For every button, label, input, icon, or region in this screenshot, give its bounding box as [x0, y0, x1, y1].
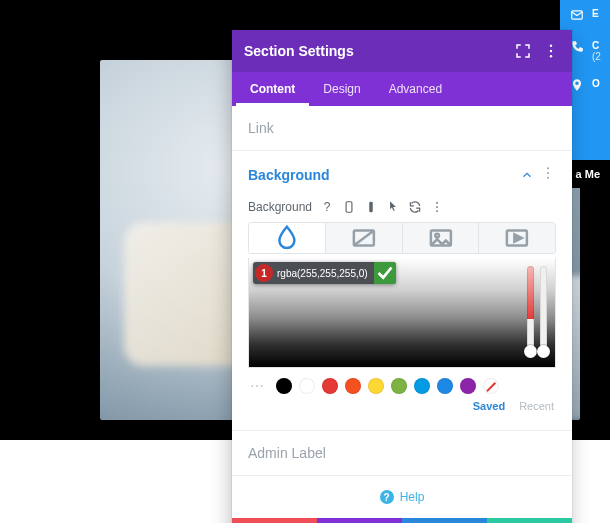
swatch[interactable] [345, 378, 361, 394]
panel-title: Section Settings [244, 43, 504, 59]
svg-point-1 [550, 45, 552, 47]
help-label: Help [400, 490, 425, 504]
group-background-header[interactable]: Background [232, 151, 572, 198]
background-field-row: Background ? [248, 200, 556, 214]
field-options-icon[interactable] [430, 200, 444, 214]
contact-label: O [592, 78, 600, 89]
chevron-up-icon [520, 168, 534, 182]
background-type-tabs [248, 222, 556, 254]
tablet-icon[interactable] [342, 200, 356, 214]
swatch-row: ⋯ [248, 368, 556, 398]
panel-body: Link Background Background ? [232, 106, 572, 518]
bg-tab-gradient[interactable] [326, 223, 403, 253]
color-picker[interactable]: 1 rgba(255,255,255,0) [248, 258, 556, 368]
bg-tab-image[interactable] [403, 223, 480, 253]
group-label: Admin Label [248, 445, 556, 461]
contact-label: C [592, 40, 599, 51]
svg-point-4 [547, 167, 549, 169]
field-label: Background [248, 200, 312, 214]
group-link: Link [232, 106, 572, 151]
swatch[interactable] [299, 378, 315, 394]
help-circle-icon: ? [380, 490, 394, 504]
swatch[interactable] [414, 378, 430, 394]
svg-rect-7 [346, 202, 352, 213]
background-body: Background ? 1 rgb [232, 198, 572, 430]
svg-rect-8 [369, 202, 373, 213]
svg-point-9 [436, 202, 438, 204]
slider-knob[interactable] [537, 345, 550, 358]
svg-point-14 [435, 234, 439, 238]
swatch[interactable] [322, 378, 338, 394]
svg-point-3 [550, 55, 552, 57]
swatch[interactable] [391, 378, 407, 394]
alpha-slider[interactable] [540, 266, 547, 355]
panel-footer [232, 518, 572, 523]
reset-icon[interactable] [408, 200, 422, 214]
apply-button[interactable] [487, 518, 572, 523]
help-icon[interactable]: ? [320, 200, 334, 214]
phone-small-icon[interactable] [364, 200, 378, 214]
svg-point-2 [550, 50, 552, 52]
svg-point-5 [547, 172, 549, 174]
group-label: Link [248, 120, 556, 136]
group-admin-label: Admin Label [232, 431, 572, 476]
contact-email[interactable]: E [560, 0, 610, 32]
swatch[interactable] [276, 378, 292, 394]
phone-icon [570, 40, 584, 56]
mail-icon [570, 8, 584, 24]
color-value-chip: 1 rgba(255,255,255,0) [253, 262, 396, 284]
redo-button[interactable] [402, 518, 487, 523]
bg-tab-color[interactable] [249, 223, 326, 253]
slider-knob[interactable] [524, 345, 537, 358]
swatch[interactable] [437, 378, 453, 394]
settings-panel: Section Settings Content Design Advanced… [232, 30, 572, 523]
bg-tab-video[interactable] [479, 223, 555, 253]
swatch-none[interactable] [483, 378, 499, 394]
swatch[interactable] [460, 378, 476, 394]
panel-header: Section Settings [232, 30, 572, 72]
contact-sub: (2 [592, 51, 601, 62]
palette-saved[interactable]: Saved [473, 400, 505, 412]
group-link-header[interactable]: Link [232, 106, 572, 150]
tab-content[interactable]: Content [236, 72, 309, 106]
confirm-color-button[interactable] [374, 262, 396, 284]
svg-point-10 [436, 206, 438, 208]
svg-point-11 [436, 210, 438, 212]
tab-design[interactable]: Design [309, 72, 374, 106]
swatch[interactable] [368, 378, 384, 394]
group-options-icon[interactable] [540, 165, 556, 184]
hue-slider[interactable] [527, 266, 534, 355]
undo-button[interactable] [317, 518, 402, 523]
expand-icon[interactable] [514, 42, 532, 60]
contact-label: E [592, 8, 599, 19]
cancel-button[interactable] [232, 518, 317, 523]
color-value[interactable]: rgba(255,255,255,0) [277, 264, 374, 283]
menu-dots-icon[interactable] [542, 42, 560, 60]
palette-mode-row: Saved Recent [248, 398, 556, 416]
color-sliders [527, 266, 547, 355]
swatch-options-icon[interactable]: ⋯ [250, 378, 269, 394]
palette-recent[interactable]: Recent [519, 400, 554, 412]
group-admin-header[interactable]: Admin Label [232, 431, 572, 475]
group-background: Background Background ? [232, 151, 572, 431]
group-label: Background [248, 167, 520, 183]
panel-tabs: Content Design Advanced [232, 72, 572, 106]
tab-advanced[interactable]: Advanced [375, 72, 456, 106]
pin-icon [570, 78, 584, 94]
step-badge: 1 [255, 264, 273, 282]
hover-icon[interactable] [386, 200, 400, 214]
svg-point-6 [547, 177, 549, 179]
help-link[interactable]: ? Help [232, 476, 572, 518]
